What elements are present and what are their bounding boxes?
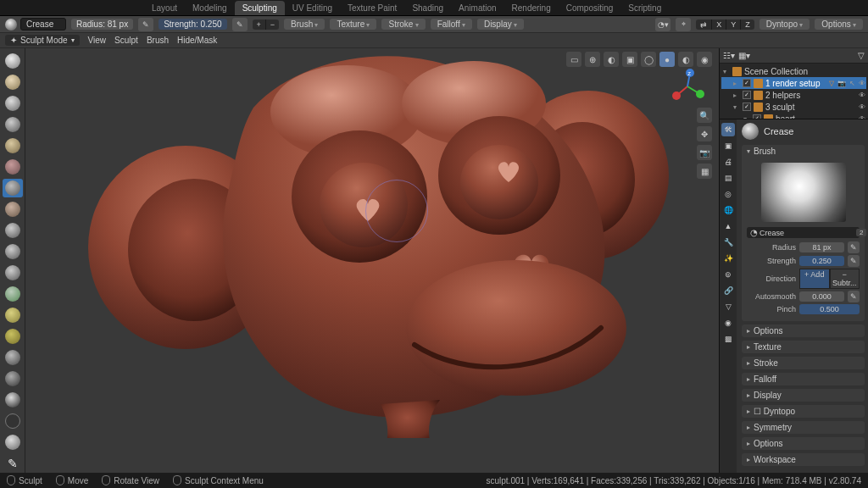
menu-render[interactable]: Render (70, 2, 108, 14)
snap-toggle-icon[interactable]: ⌖ (676, 18, 691, 31)
subpanel-options[interactable]: Options (742, 437, 865, 450)
persp-ortho-icon[interactable]: ▦ (697, 164, 712, 179)
tab-uvediting[interactable]: UV Editing (285, 1, 340, 15)
view-menu[interactable]: View (88, 36, 107, 45)
mirror-axes[interactable]: ⇄XYZ (696, 19, 754, 30)
direction-toggle[interactable]: +− (253, 19, 280, 30)
outliner-scene-collection[interactable]: ▾ Scene Collection (721, 65, 866, 77)
brush-panel-header[interactable]: Brush (742, 145, 865, 158)
outliner-filter-icon[interactable]: ▽ (858, 51, 865, 60)
shading-wire-icon[interactable]: ◯ (641, 52, 656, 67)
prop-radius[interactable]: 81 px (799, 242, 844, 252)
brush-draw[interactable] (3, 52, 23, 70)
brush-thumb[interactable] (3, 348, 23, 367)
prop-tab-render[interactable]: ▣ (721, 139, 735, 152)
prop-strength[interactable]: 0.250 (799, 256, 844, 266)
strength-slider[interactable]: Strength: 0.250 (159, 19, 226, 30)
direction-radio[interactable]: + Add− Subtr... (799, 269, 860, 289)
outliner-item[interactable]: ▾heart👁 (721, 113, 866, 119)
prop-tab-output[interactable]: 🖨 (721, 155, 735, 169)
unlink-scene-icon[interactable]: ✕ (750, 3, 760, 13)
brush-name-field[interactable] (20, 18, 66, 30)
menu-edit[interactable]: Edit (44, 2, 69, 14)
menu-file[interactable]: File (19, 2, 42, 14)
xray-toggle-icon[interactable]: ▣ (622, 52, 637, 67)
nav-gizmo[interactable]: Z (670, 69, 705, 104)
brush-preview[interactable] (761, 163, 846, 222)
prop-tab-modifier[interactable]: 🔧 (721, 236, 735, 249)
radius-pressure-icon[interactable]: ✎ (138, 18, 153, 31)
shading-rendered-icon[interactable]: ◉ (697, 52, 712, 67)
brush-blob[interactable] (3, 158, 23, 176)
gizmo-toggle-icon[interactable]: ⊕ (585, 52, 600, 67)
brush-grab[interactable] (3, 306, 23, 324)
prop-tab-constraints[interactable]: 🔗 (721, 284, 735, 297)
brush-users-count[interactable]: 2 (856, 229, 866, 236)
subpanel-texture[interactable]: Texture (742, 341, 865, 353)
new-layer-icon[interactable]: ❐ (849, 3, 859, 13)
prop-tab-mesh[interactable]: ▽ (721, 300, 735, 313)
stroke-menu[interactable]: Stroke (381, 19, 425, 30)
visibility-icon[interactable]: 👁 (858, 103, 866, 111)
tab-scripting[interactable]: Scripting (620, 1, 669, 15)
texture-menu[interactable]: Texture (330, 19, 376, 30)
brush-flatten[interactable] (3, 221, 23, 240)
display-menu[interactable]: Display (477, 19, 524, 30)
pan-icon[interactable]: ✥ (697, 126, 712, 141)
collection-checkbox[interactable] (743, 103, 751, 111)
brush-pinch[interactable] (3, 285, 23, 303)
falloff-menu[interactable]: Falloff (431, 19, 472, 30)
tab-animation[interactable]: Animation (451, 1, 504, 15)
subpanel-display[interactable]: Display (742, 389, 865, 402)
mesh-data-icon[interactable]: ▽ (827, 79, 836, 87)
radius-pen-icon[interactable]: ✎ (848, 241, 860, 253)
brush-fill[interactable] (3, 242, 23, 261)
visibility-icon[interactable]: 👁 (858, 79, 866, 87)
prop-tab-object[interactable]: ▲ (721, 219, 735, 233)
selectable-icon[interactable]: ↖ (848, 79, 856, 87)
hidemask-menu[interactable]: Hide/Mask (177, 36, 217, 45)
brush-rotate[interactable] (3, 391, 23, 409)
options-dropdown[interactable]: Options (815, 19, 863, 30)
shading-lookdev-icon[interactable]: ◐ (678, 52, 693, 67)
prop-tab-physics[interactable]: ⊚ (721, 268, 735, 281)
brush-preview-icon[interactable] (5, 19, 17, 30)
overlay-dropdown-icon[interactable]: ◔▾ (655, 18, 670, 31)
dyntopo-dropdown[interactable]: Dyntopo (760, 19, 810, 30)
brush-snakehook[interactable] (3, 327, 23, 346)
zoom-icon[interactable]: 🔍 (697, 108, 712, 123)
brush-claystrips[interactable] (3, 94, 23, 113)
brush-inflate[interactable] (3, 136, 23, 155)
prop-tab-world[interactable]: 🌐 (721, 203, 735, 217)
subpanel-workspace[interactable]: Workspace (742, 453, 865, 466)
unlink-layer-icon[interactable]: ✕ (836, 3, 845, 13)
outliner-item[interactable]: ▸1 render setup▽📷↖👁 (721, 77, 866, 89)
tab-rendering[interactable]: Rendering (504, 1, 559, 15)
prop-tab-scene[interactable]: ◎ (721, 187, 735, 201)
collection-checkbox[interactable] (743, 79, 751, 87)
prop-tab-material[interactable]: ◉ (721, 316, 735, 330)
subpanel-stroke[interactable]: Stroke (742, 357, 865, 369)
subpanel-dyntopo[interactable]: ☐ Dyntopo (742, 405, 865, 418)
sculpt-menu[interactable]: Sculpt (114, 36, 138, 45)
tab-texturepaint[interactable]: Texture Paint (340, 1, 404, 15)
3d-viewport[interactable]: ▭ ⊕ ◐ ▣ ◯ ● ◐ ◉ Z 🔍 ✥ 📷 ▦ (25, 48, 719, 473)
subpanel-falloff[interactable]: Falloff (742, 373, 865, 385)
brush-datablock-input[interactable] (760, 229, 854, 237)
brush-clay[interactable] (3, 73, 23, 92)
prop-tab-particles[interactable]: ✨ (721, 252, 735, 265)
tool-annotate[interactable]: ✎ (3, 454, 23, 473)
autosmooth-pen-icon[interactable]: ✎ (848, 291, 860, 302)
brush-menu[interactable]: Brush (284, 19, 325, 30)
active-brush-icon[interactable] (742, 123, 759, 140)
new-scene-icon[interactable]: ❐ (763, 3, 773, 13)
shading-solid-icon[interactable]: ● (659, 52, 675, 67)
collection-checkbox[interactable] (743, 91, 751, 99)
tab-shading[interactable]: Shading (404, 1, 451, 15)
select-toggle-icon[interactable]: ▭ (566, 52, 581, 67)
brush-layer[interactable] (3, 115, 23, 134)
overlay-toggle-icon[interactable]: ◐ (604, 52, 619, 67)
strength-pen-icon[interactable]: ✎ (848, 255, 860, 267)
outliner-item[interactable]: ▸2 helpers👁 (721, 89, 866, 101)
prop-tab-viewlayer[interactable]: ▤ (721, 171, 735, 185)
